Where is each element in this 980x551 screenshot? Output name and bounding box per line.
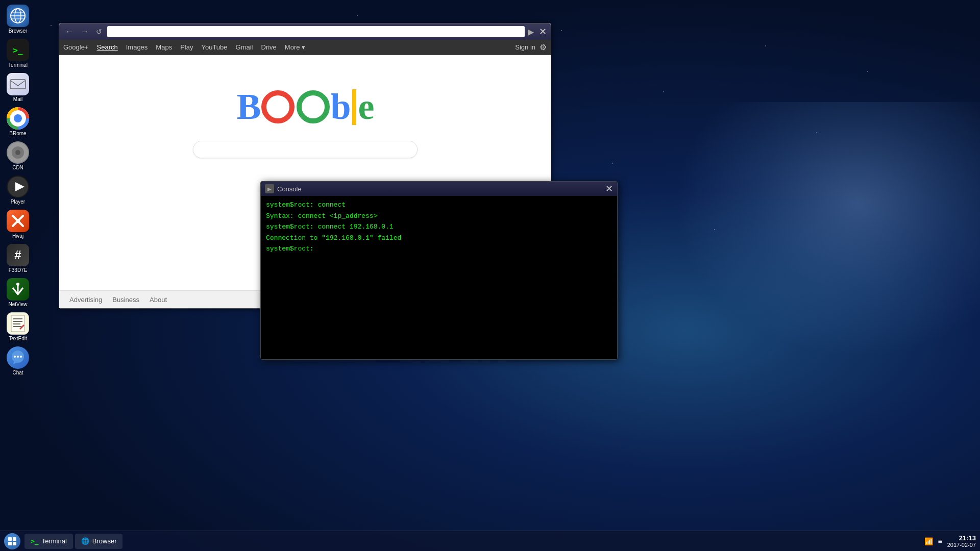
sidebar-textedit-label: TextEdit — [9, 336, 27, 341]
sidebar-item-hivaj[interactable]: Hivaj — [2, 208, 34, 241]
taskbar-browser[interactable]: 🌐 Browser — [75, 534, 123, 549]
sidebar-item-cdn[interactable]: CDN — [2, 139, 34, 172]
toolbar-maps[interactable]: Maps — [156, 43, 172, 51]
hivaj-icon — [7, 210, 29, 232]
toolbar-youtube[interactable]: YouTube — [201, 43, 227, 51]
svg-point-18 — [16, 219, 20, 223]
sidebar-netview-label: NetView — [8, 302, 27, 307]
toolbar-search[interactable]: Search — [97, 43, 118, 51]
browser-icon — [7, 5, 29, 27]
browser-url-input[interactable] — [107, 26, 525, 37]
console-line-5: system$root: — [266, 244, 612, 254]
taskbar: >_ Terminal 🌐 Browser 📶 ≡ 21:13 2017-02-… — [0, 531, 980, 551]
mail-icon — [7, 73, 29, 95]
logo-o2 — [297, 90, 330, 123]
hash-icon: # — [7, 244, 29, 266]
svg-rect-29 — [8, 537, 12, 541]
browser-forward-button[interactable]: → — [79, 26, 91, 37]
browser-close-button[interactable]: ✕ — [539, 26, 547, 37]
console-body[interactable]: system$root: connect Syntax: connect <ip… — [261, 196, 617, 359]
console-window: ▶ Console ✕ system$root: connect Syntax:… — [260, 181, 618, 360]
sidebar-item-browser[interactable]: Browser — [2, 3, 34, 36]
console-line-4: Connection to "192.168.0.1" failed — [266, 233, 612, 243]
taskbar-date: 2017-02-07 — [947, 542, 976, 548]
taskbar-terminal-icon: >_ — [31, 537, 39, 545]
textedit-icon — [7, 312, 29, 335]
sidebar-item-f33d7e[interactable]: # F33D7E — [2, 242, 34, 275]
toolbar-google-plus[interactable]: Google+ — [63, 43, 89, 51]
google-logo: B b e — [236, 86, 373, 128]
cdn-icon — [7, 141, 29, 164]
browser-toolbar: Google+ Search Images Maps Play YouTube … — [59, 40, 551, 55]
sidebar-mail-label: Mail — [13, 96, 22, 102]
chat-icon — [7, 346, 29, 369]
console-title: Console — [277, 185, 605, 193]
sidebar-item-netview[interactable]: NetView — [2, 276, 34, 309]
toolbar-drive[interactable]: Drive — [261, 43, 277, 51]
sidebar: Browser >_ Terminal Mail — [0, 0, 36, 531]
console-app-icon: ▶ — [265, 184, 274, 193]
footer-advertising[interactable]: Advertising — [69, 296, 102, 304]
svg-point-28 — [20, 356, 22, 358]
taskbar-start-button[interactable] — [4, 533, 20, 549]
sidebar-item-terminal[interactable]: >_ Terminal — [2, 37, 34, 70]
browser-reload-button[interactable]: ↺ — [94, 27, 104, 37]
console-line-2: Syntax: connect <ip_address> — [266, 211, 612, 221]
taskbar-clock: 21:13 2017-02-07 — [947, 534, 976, 548]
toolbar-settings-icon[interactable]: ⚙ — [540, 42, 547, 52]
svg-rect-20 — [11, 315, 24, 332]
console-line-1: system$root: connect — [266, 200, 612, 210]
svg-point-12 — [14, 114, 22, 122]
svg-point-19 — [16, 283, 19, 286]
logo-line — [352, 89, 356, 125]
logo-o1 — [261, 90, 295, 123]
console-titlebar: ▶ Console ✕ — [261, 182, 617, 196]
sidebar-item-brome[interactable]: BRome — [2, 105, 34, 138]
taskbar-right: 📶 ≡ 21:13 2017-02-07 — [924, 534, 976, 548]
console-close-button[interactable]: ✕ — [605, 183, 613, 194]
svg-rect-31 — [8, 542, 12, 545]
toolbar-gmail[interactable]: Gmail — [236, 43, 253, 51]
svg-point-26 — [14, 356, 16, 358]
cloud-decoration — [674, 102, 980, 357]
console-line-3: system$root: connect 192.168.0.1 — [266, 222, 612, 232]
sidebar-f33d7e-label: F33D7E — [9, 267, 28, 273]
taskbar-terminal-label: Terminal — [42, 537, 67, 545]
network-icon: ≡ — [938, 537, 942, 545]
sidebar-chat-label: Chat — [12, 370, 23, 375]
sidebar-item-mail[interactable]: Mail — [2, 71, 34, 104]
toolbar-play[interactable]: Play — [180, 43, 193, 51]
footer-business[interactable]: Business — [112, 296, 139, 304]
svg-rect-32 — [13, 542, 16, 545]
sidebar-item-player[interactable]: Player — [2, 173, 34, 207]
sidebar-brome-label: BRome — [9, 131, 26, 136]
player-icon — [7, 176, 29, 198]
sidebar-item-textedit[interactable]: TextEdit — [2, 310, 34, 343]
sidebar-item-chat[interactable]: Chat — [2, 344, 34, 378]
logo-b: B — [236, 86, 260, 128]
taskbar-browser-label: Browser — [92, 537, 117, 545]
logo-b2: b — [331, 86, 350, 128]
taskbar-time: 21:13 — [959, 534, 976, 542]
browser-go-button[interactable]: ▶ — [528, 27, 534, 37]
svg-point-15 — [15, 150, 20, 155]
svg-point-27 — [17, 356, 19, 358]
svg-rect-30 — [13, 537, 16, 541]
taskbar-browser-icon: 🌐 — [81, 537, 89, 545]
toolbar-images[interactable]: Images — [126, 43, 148, 51]
sidebar-terminal-label: Terminal — [8, 62, 28, 68]
search-container — [193, 141, 418, 158]
sidebar-player-label: Player — [11, 199, 25, 205]
toolbar-more[interactable]: More ▾ — [285, 43, 305, 51]
terminal-icon: >_ — [7, 39, 29, 61]
browser-titlebar: ← → ↺ ▶ ✕ — [59, 23, 551, 40]
toolbar-sign-in[interactable]: Sign in — [515, 43, 535, 51]
wifi-icon: 📶 — [924, 537, 933, 545]
toolbar-right: Sign in ⚙ — [515, 42, 547, 52]
svg-rect-5 — [10, 80, 26, 89]
taskbar-terminal[interactable]: >_ Terminal — [24, 534, 73, 549]
footer-about[interactable]: About — [150, 296, 167, 304]
google-search-input[interactable] — [193, 141, 417, 158]
sidebar-browser-label: Browser — [9, 28, 28, 34]
browser-back-button[interactable]: ← — [63, 26, 76, 37]
